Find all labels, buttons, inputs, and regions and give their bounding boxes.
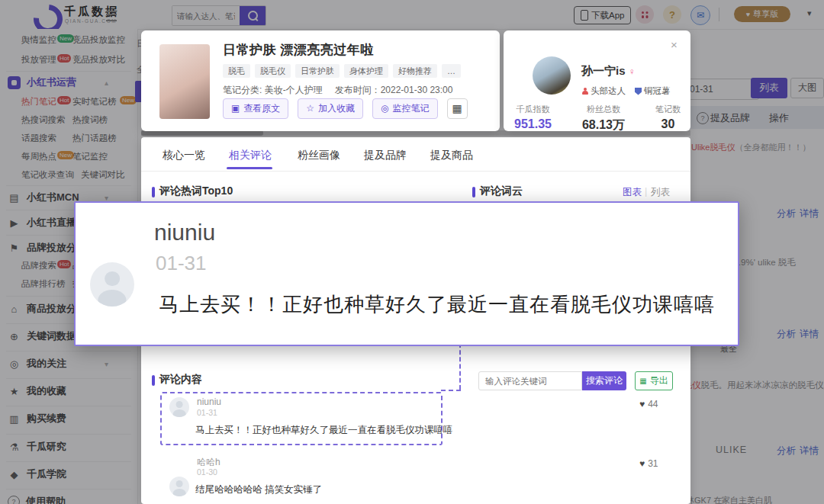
tag[interactable]: 日常护肤 <box>295 64 340 78</box>
comment-text: 马上去买！！正好也种草好久了最近一直在看脱毛仪功课嘻嘻 <box>195 424 453 437</box>
stat-label: 粉丝总数 <box>582 104 625 115</box>
note-meta: 笔记分类: 美妆-个人护理 发布时间：2022-01-30 23:00 <box>223 84 452 97</box>
section-bar <box>472 187 475 197</box>
shield-icon <box>635 88 642 95</box>
excel-icon: ▦ <box>639 377 646 385</box>
note-cover-image[interactable] <box>159 44 210 119</box>
author-stats: 千瓜指数 951.35 粉丝总数 68.13万 笔记数 30 <box>514 104 681 133</box>
commenter-avatar <box>169 477 189 496</box>
toggle-divider: | <box>645 186 647 197</box>
commenter-name: niuniu <box>197 396 221 407</box>
badge-label: 铜冠薯 <box>644 85 671 97</box>
comment-date: 01-31 <box>197 408 217 417</box>
comment-text: 结尾哈哈哈哈哈 搞笑女实锤了 <box>195 483 322 496</box>
comment-likes: ♥ 31 <box>639 458 658 469</box>
likes-count: 44 <box>648 399 658 409</box>
stat-followers: 粉丝总数 68.13万 <box>582 104 625 133</box>
tab-mentioned-goods[interactable]: 提及商品 <box>430 149 473 162</box>
tag[interactable]: 脱毛 <box>223 64 250 78</box>
author-avatar[interactable] <box>533 56 571 95</box>
level-badge: 头部达人 <box>581 85 626 97</box>
magnified-comment-text: 马上去买！！正好也种草好久了最近一直在看脱毛仪功课嘻嘻 <box>159 291 715 318</box>
view-original-button[interactable]: ▣ 查看原文 <box>223 98 288 119</box>
commenter-avatar <box>169 397 189 417</box>
export-comments-button[interactable]: ▦ 导出 <box>635 371 673 390</box>
stat-value: 68.13万 <box>582 117 625 133</box>
hotwords-section-title: 评论热词Top10 <box>159 185 233 198</box>
stat-value: 30 <box>655 117 681 131</box>
tag[interactable]: 身体护理 <box>344 64 388 78</box>
crown-badge: 铜冠薯 <box>635 85 671 97</box>
close-icon[interactable]: × <box>671 38 678 51</box>
tag[interactable]: 好物推荐 <box>393 64 437 78</box>
button-label: 加入收藏 <box>318 99 355 118</box>
section-bar <box>152 187 155 197</box>
monitor-note-button[interactable]: ◎ 监控笔记 <box>372 98 437 119</box>
likes-count: 31 <box>648 458 658 469</box>
tab-core-overview[interactable]: 核心一览 <box>163 149 205 162</box>
doc-icon: ▣ <box>231 99 240 118</box>
app: 千瓜数据 QIAN-GUA.COM 下载App ? ✉ ♥ 尊享版 ▾ 舆情监控… <box>0 0 824 504</box>
stat-label: 千瓜指数 <box>514 104 552 115</box>
qr-code-button[interactable]: ▦ <box>447 98 468 119</box>
magnified-commenter-avatar <box>90 262 134 307</box>
tabs-divider <box>141 171 690 172</box>
female-icon: ♀ <box>629 66 636 77</box>
button-label: 导出 <box>650 374 668 387</box>
person-icon <box>581 88 588 95</box>
author-name-text: 孙一宁is <box>581 64 626 77</box>
monitor-icon: ◎ <box>381 99 388 118</box>
comments-section-title: 评论内容 <box>159 373 202 387</box>
magnified-comment-date: 01-31 <box>156 252 207 275</box>
stat-notes-count: 笔记数 30 <box>655 104 681 133</box>
heart-icon: ♥ <box>639 399 645 409</box>
button-label: 监控笔记 <box>393 99 430 118</box>
more-tags[interactable]: … <box>442 64 461 78</box>
tab-mentioned-brands[interactable]: 提及品牌 <box>364 149 407 162</box>
stat-qiangua-index: 千瓜指数 951.35 <box>514 104 552 133</box>
badge-label: 头部达人 <box>591 85 626 97</box>
callout-connector-vertical <box>459 343 461 390</box>
comment-likes: ♥ 44 <box>639 399 658 409</box>
qr-icon: ▦ <box>452 99 462 118</box>
stat-label: 笔记数 <box>655 104 681 115</box>
wordcloud-chart-toggle[interactable]: 图表 <box>623 186 642 199</box>
wordcloud-section-title: 评论词云 <box>480 185 523 198</box>
tag[interactable]: 脱毛仪 <box>255 64 291 78</box>
note-title: 日常护肤 漂漂亮亮过年啦 <box>223 41 374 59</box>
comment-search-input[interactable] <box>478 371 582 390</box>
active-tab-underline <box>227 167 272 169</box>
star-icon: ☆ <box>306 99 314 118</box>
comment-search-button[interactable]: 搜索评论 <box>582 371 626 390</box>
comment-date: 01-30 <box>197 467 217 477</box>
tab-related-comments[interactable]: 相关评论 <box>229 149 272 162</box>
note-category: 笔记分类: 美妆-个人护理 <box>223 84 323 97</box>
add-favorite-button[interactable]: ☆ 加入收藏 <box>298 98 363 119</box>
section-bar <box>152 375 155 386</box>
author-badges: 头部达人 铜冠薯 <box>581 85 671 97</box>
magnified-commenter-name: niuniu <box>154 220 215 246</box>
tab-fans-profile[interactable]: 粉丝画像 <box>298 149 340 162</box>
note-publish-time: 发布时间：2022-01-30 23:00 <box>335 84 453 97</box>
note-tags: 脱毛 脱毛仪 日常护肤 身体护理 好物推荐 … <box>223 64 461 78</box>
wordcloud-list-toggle[interactable]: 列表 <box>651 186 670 199</box>
button-label: 查看原文 <box>243 99 280 118</box>
stat-value: 951.35 <box>514 117 552 131</box>
author-name[interactable]: 孙一宁is ♀ <box>581 64 636 79</box>
note-actions: ▣ 查看原文 ☆ 加入收藏 ◎ 监控笔记 ▦ <box>223 98 468 119</box>
callout-connector-horizontal <box>441 390 461 391</box>
heart-icon: ♥ <box>639 458 645 469</box>
